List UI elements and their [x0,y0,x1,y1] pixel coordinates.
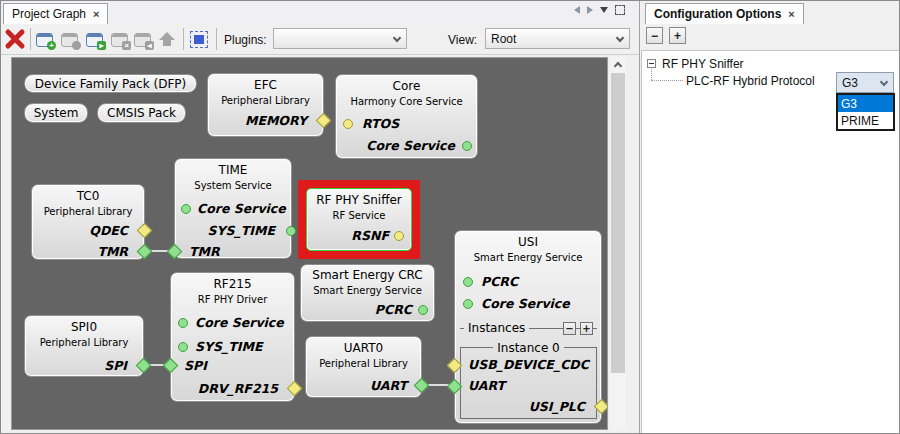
system-pack-button[interactable]: System [24,103,88,123]
toolbar-separator [216,28,217,50]
connector-circle-green[interactable] [463,277,473,287]
port-label: USI_PLC [529,399,585,414]
port-label: Core Service [197,201,286,216]
scroll-tabs-left-icon[interactable] [574,6,580,14]
tab-label: Project Graph [12,7,86,21]
block-rf215[interactable]: RF215 RF PHY Driver Core Service SYS_TIM… [170,272,295,402]
connector-diamond-green[interactable] [137,244,153,260]
connector-diamond-green[interactable] [167,244,183,260]
block-subtitle: Smart Energy Service [301,285,434,296]
port-label: TMR [97,244,128,259]
collapse-all-button[interactable]: − [646,27,663,44]
block-time[interactable]: TIME System Service Core Service SYS_TIM… [174,158,292,259]
block-rf-phy-sniffer[interactable]: RF PHY Sniffer RF Service RSNF [306,188,412,251]
connector-circle-yellow[interactable] [394,231,404,241]
view-label: View: [448,33,477,47]
toolbar-separator [30,28,31,50]
tree-root-item[interactable]: RF PHY Sniffer [662,57,744,71]
connector-diamond-green[interactable] [414,378,430,394]
dropdown-value: G3 [842,76,858,90]
port-label: Core Service [366,138,455,153]
toolbar-separator [183,28,184,50]
hybrid-protocol-dropdown[interactable]: G3 [836,72,894,93]
scrollbar-thumb[interactable] [611,73,625,373]
scroll-tabs-right-icon[interactable] [587,6,593,14]
connector-circle-green[interactable] [462,141,472,151]
x-badge-icon: × [122,41,131,50]
connector-diamond-green[interactable] [136,358,152,374]
port-label: QDEC [89,223,128,238]
port-label: UART [468,378,505,393]
port-label: MEMORY [245,113,307,128]
block-spi0[interactable]: SPI0 Peripheral Library SPI [24,315,144,377]
block-usi[interactable]: USI Smart Energy Service PCRC Core Servi… [454,230,602,424]
remove-instance-button[interactable]: − [563,322,576,335]
block-efc[interactable]: EFC Peripheral Library MEMORY [207,73,324,137]
header-line [564,347,596,348]
maximize-window-icon[interactable] [615,5,625,15]
tab-project-graph[interactable]: Project Graph × [3,3,108,24]
close-icon[interactable]: × [788,8,794,20]
view-dropdown[interactable]: Root [485,28,630,49]
fit-to-view-icon[interactable] [190,31,208,48]
port-label: TMR [189,244,220,259]
block-smart-energy-crc[interactable]: Smart Energy CRC Smart Energy Service PC… [300,264,435,322]
block-title: TIME [175,163,291,177]
tab-configuration-options[interactable]: Configuration Options × [645,3,804,24]
arrow-badge-icon: ▸ [97,41,106,50]
port-label: PCRC [375,302,412,317]
extract-component-icon: ◂ [134,33,151,47]
port-label: SPI [184,358,207,373]
block-uart0[interactable]: UART0 Peripheral Library UART [305,336,422,398]
connector-circle-green[interactable] [178,318,188,328]
block-core[interactable]: Core Harmony Core Service RTOS Core Serv… [335,74,478,159]
project-graph-tabbar: Project Graph × [1,1,639,24]
add-component-icon[interactable]: + [36,33,53,47]
port-label: UART [370,378,407,393]
dropdown-option-prime[interactable]: PRIME [838,112,893,129]
connector-circle-green[interactable] [418,305,428,315]
collapse-toggle-icon[interactable] [647,59,656,68]
delete-node-icon[interactable] [4,28,26,50]
pkg-label: Device Family Pack (DFP) [35,77,186,91]
block-subtitle: Peripheral Library [25,337,143,348]
add-instance-button[interactable]: + [580,322,593,335]
connector-circle-green[interactable] [178,342,188,352]
options-tree: RF PHY Sniffer PLC-RF Hybrid Protocol G3… [641,50,900,434]
header-line [529,328,563,329]
connector-circle-green[interactable] [463,299,473,309]
tree-child-item[interactable]: PLC-RF Hybrid Protocol [686,74,815,88]
import-component-icon[interactable]: ▸ [86,33,103,47]
connector-diamond-yellow[interactable] [287,381,303,397]
block-title: TC0 [32,189,144,203]
connector-diamond-yellow[interactable] [316,113,332,129]
project-graph-canvas[interactable]: Device Family Pack (DFP) System CMSIS Pa… [11,57,608,430]
tab-list-icon[interactable] [600,7,608,13]
instance-label: Instance 0 [493,341,564,355]
connector-circle-yellow[interactable] [343,119,353,129]
connector-diamond-green[interactable] [163,358,179,374]
connector-circle-green[interactable] [181,204,191,214]
chevron-down-icon [616,34,624,42]
block-subtitle: Peripheral Library [208,95,323,106]
close-icon[interactable]: × [93,8,99,20]
vertical-scrollbar[interactable] [610,57,626,430]
block-title: UART0 [306,341,421,355]
instance-0-header: Instance 0 [461,341,596,354]
dropdown-option-g3[interactable]: G3 [838,95,893,112]
dropdown-option-list: G3 PRIME [836,93,895,131]
scroll-up-icon[interactable] [610,57,626,72]
cmsis-pack-button[interactable]: CMSIS Pack [97,103,186,123]
block-tc0[interactable]: TC0 Peripheral Library QDEC TMR [31,184,145,260]
pkg-label: System [34,106,79,120]
block-subtitle: Peripheral Library [306,358,421,369]
connector-diamond-yellow[interactable] [137,223,153,239]
plugins-dropdown[interactable] [273,28,407,49]
dfp-pack-button[interactable]: Device Family Pack (DFP) [24,74,197,93]
port-label: USB_DEVICE_CDC [468,357,589,372]
port-label: Core Service [481,296,570,311]
block-subtitle: RF PHY Driver [171,294,294,305]
connector-circle-green[interactable] [286,226,296,236]
expand-all-button[interactable]: + [669,27,686,44]
chevron-down-icon [880,78,888,86]
